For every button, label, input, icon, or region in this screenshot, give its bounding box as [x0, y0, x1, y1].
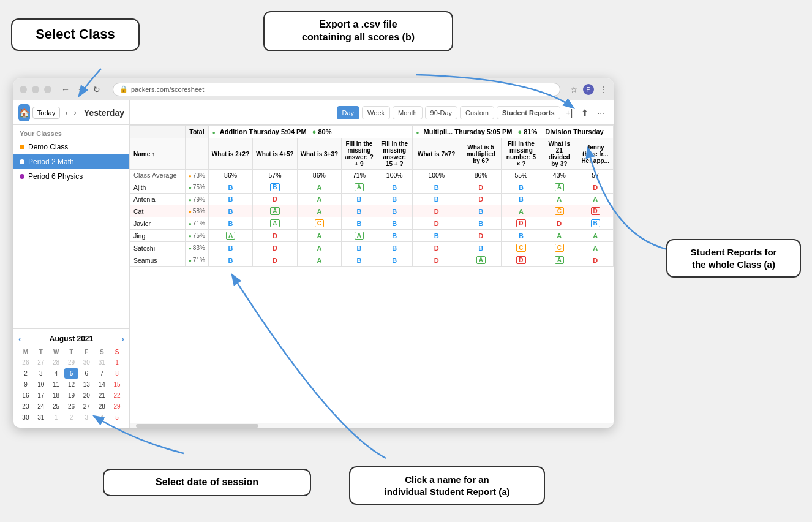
prev-button[interactable]: ‹ — [62, 107, 70, 118]
cell-satoshi-q8: C — [501, 242, 541, 254]
cal-day-19[interactable]: 19 — [64, 390, 79, 401]
scroll-bar[interactable] — [136, 424, 258, 428]
table-row-antonia: Antonia 79% B D A B B B D B A A — [130, 194, 614, 205]
cal-day-14[interactable]: 14 — [94, 379, 109, 390]
cal-day-11[interactable]: 11 — [49, 379, 64, 390]
cell-javier-q1: B — [208, 218, 252, 230]
browser-back[interactable]: ← — [59, 83, 72, 96]
cal-header-t1: T — [34, 347, 48, 357]
cal-header-f: F — [79, 347, 94, 357]
cal-day-2[interactable]: 2 — [18, 368, 33, 379]
cal-day-25[interactable]: 25 — [49, 401, 64, 412]
calendar-prev[interactable]: ‹ — [18, 334, 21, 344]
cal-day-5[interactable]: 5 — [64, 368, 79, 379]
custom-view-btn[interactable]: Custom — [460, 106, 494, 119]
cal-day-16[interactable]: 16 — [18, 390, 33, 401]
day-view-btn[interactable]: Day — [337, 106, 360, 119]
cal-day-24[interactable]: 24 — [34, 401, 48, 412]
score-table-container[interactable]: Total Addition Thursday 5:04 PM ● 80% Mu… — [130, 125, 614, 423]
cal-day-1b[interactable]: 1 — [49, 412, 64, 423]
toolbar-nav: ‹ › — [62, 107, 79, 118]
cell-jing-name[interactable]: Jing — [130, 230, 186, 242]
cell-seamus-name[interactable]: Seamus — [130, 254, 186, 267]
cell-class-avg-total: 73% — [186, 170, 209, 181]
cal-day-27a[interactable]: 27 — [34, 357, 48, 368]
cell-satoshi-q3: A — [297, 242, 341, 254]
sidebar-item-demo-class[interactable]: Demo Class — [13, 140, 129, 154]
cell-cat-name[interactable]: Cat — [130, 205, 186, 218]
sidebar-item-period6-physics[interactable]: Period 6 Physics — [13, 169, 129, 184]
export-btn[interactable]: ⬆ — [578, 106, 592, 119]
cal-day-28b[interactable]: 28 — [94, 401, 109, 412]
cal-day-6[interactable]: 6 — [79, 368, 94, 379]
cal-day-2b[interactable]: 2 — [64, 412, 79, 423]
90day-view-btn[interactable]: 90-Day — [425, 106, 457, 119]
cal-day-5b[interactable]: 5 — [110, 412, 124, 423]
cell-javier-name[interactable]: Javier — [130, 218, 186, 230]
cell-javier-q8: D — [501, 218, 541, 230]
browser-star-icon[interactable]: ☆ — [570, 85, 578, 94]
cal-day-30a[interactable]: 30 — [79, 357, 94, 368]
th-name-sort[interactable]: Name ↑ — [130, 138, 186, 170]
cell-ajith-q8: B — [501, 181, 541, 194]
cal-day-9[interactable]: 9 — [18, 379, 33, 390]
cell-seamus-q5: B — [377, 254, 412, 267]
cal-day-4[interactable]: 4 — [49, 368, 64, 379]
cal-day-26b[interactable]: 26 — [64, 401, 79, 412]
cal-day-4b[interactable]: 4 — [94, 412, 109, 423]
cal-day-7[interactable]: 7 — [94, 368, 109, 379]
cell-satoshi-name[interactable]: Satoshi — [130, 242, 186, 254]
cal-day-10[interactable]: 10 — [34, 379, 48, 390]
cal-day-12[interactable]: 12 — [64, 379, 79, 390]
cal-day-31a[interactable]: 31 — [94, 357, 109, 368]
browser-menu-icon[interactable]: ⋮ — [599, 85, 607, 94]
cell-ajith-total: 75% — [186, 181, 209, 194]
cell-avg-q7: 86% — [461, 170, 501, 181]
home-button[interactable]: 🏠 — [18, 104, 30, 121]
cal-day-8[interactable]: 8 — [110, 368, 124, 379]
cal-header-t2: T — [64, 347, 79, 357]
cell-cat-q3: A — [297, 205, 341, 218]
browser-forward[interactable]: → — [75, 83, 88, 96]
cal-day-1a[interactable]: 1 — [110, 357, 124, 368]
cal-day-3[interactable]: 3 — [34, 368, 48, 379]
cal-day-13[interactable]: 13 — [79, 379, 94, 390]
student-reports-btn[interactable]: Student Reports — [497, 106, 560, 119]
cell-avg-q3: 86% — [297, 170, 341, 181]
cal-day-26a[interactable]: 26 — [18, 357, 33, 368]
cal-day-23[interactable]: 23 — [18, 401, 33, 412]
cell-jing-q2: D — [253, 230, 297, 242]
cal-day-3b[interactable]: 3 — [79, 412, 94, 423]
cal-day-29a[interactable]: 29 — [64, 357, 79, 368]
browser-btn-red[interactable] — [20, 86, 27, 93]
cal-day-18[interactable]: 18 — [49, 390, 64, 401]
month-view-btn[interactable]: Month — [393, 106, 423, 119]
browser-refresh[interactable]: ↻ — [91, 83, 103, 96]
cal-day-17[interactable]: 17 — [34, 390, 48, 401]
cal-day-28a[interactable]: 28 — [49, 357, 64, 368]
cal-day-20[interactable]: 20 — [79, 390, 94, 401]
add-col-btn[interactable]: +| — [563, 106, 576, 119]
cal-day-15[interactable]: 15 — [110, 379, 124, 390]
week-view-btn[interactable]: Week — [362, 106, 390, 119]
browser-url-bar[interactable]: 🔒 packers.com/scoresheet — [113, 83, 560, 96]
cell-antonia-name[interactable]: Antonia — [130, 194, 186, 205]
cal-day-31b[interactable]: 31 — [34, 412, 48, 423]
cal-day-22[interactable]: 22 — [110, 390, 124, 401]
cell-jing-q8: B — [501, 230, 541, 242]
today-button[interactable]: Today — [32, 107, 60, 119]
cal-day-27b[interactable]: 27 — [79, 401, 94, 412]
cell-ajith-name[interactable]: Ajith — [130, 181, 186, 194]
next-button[interactable]: › — [71, 107, 78, 118]
calendar-next[interactable]: › — [121, 334, 124, 344]
browser-btn-yellow[interactable] — [32, 86, 39, 93]
view-buttons: Day Week Month 90-Day Custom Student Rep… — [337, 106, 607, 119]
cal-day-30b[interactable]: 30 — [18, 412, 33, 423]
browser-btn-green[interactable] — [44, 86, 51, 93]
sidebar-item-period2-math[interactable]: Period 2 Math — [13, 154, 129, 169]
cal-day-29b[interactable]: 29 — [110, 401, 124, 412]
cell-cat-q7: B — [461, 205, 501, 218]
browser-extension-icon[interactable]: P — [583, 84, 594, 95]
more-btn[interactable]: ··· — [594, 106, 607, 119]
cal-day-21[interactable]: 21 — [94, 390, 109, 401]
